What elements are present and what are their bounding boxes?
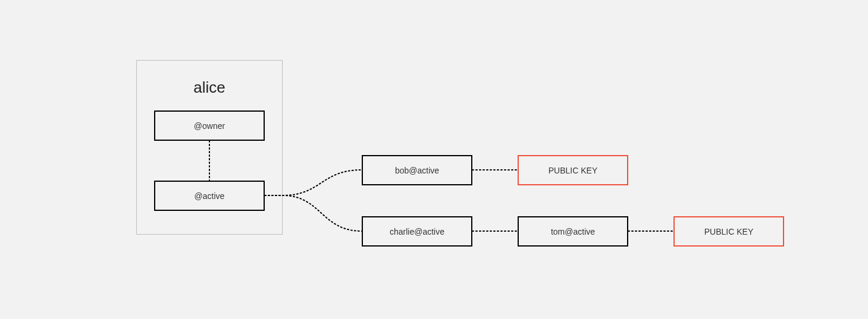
delegate-tom-node: tom@active — [518, 216, 628, 247]
delegate-bob-node: bob@active — [362, 155, 472, 185]
delegate-charlie-label: charlie@active — [390, 227, 444, 236]
delegate-bob-label: bob@active — [395, 166, 439, 175]
public-key-2-label: PUBLIC KEY — [704, 227, 753, 236]
public-key-1-node: PUBLIC KEY — [518, 155, 628, 185]
permission-owner-node: @owner — [154, 110, 265, 141]
permission-owner-label: @owner — [194, 121, 225, 131]
permission-active-label: @active — [195, 191, 225, 201]
delegate-charlie-node: charlie@active — [362, 216, 472, 247]
public-key-1-label: PUBLIC KEY — [549, 166, 597, 175]
delegate-tom-label: tom@active — [551, 227, 595, 236]
permission-active-node: @active — [154, 181, 265, 211]
account-title: alice — [137, 78, 282, 97]
public-key-2-node: PUBLIC KEY — [673, 216, 784, 247]
